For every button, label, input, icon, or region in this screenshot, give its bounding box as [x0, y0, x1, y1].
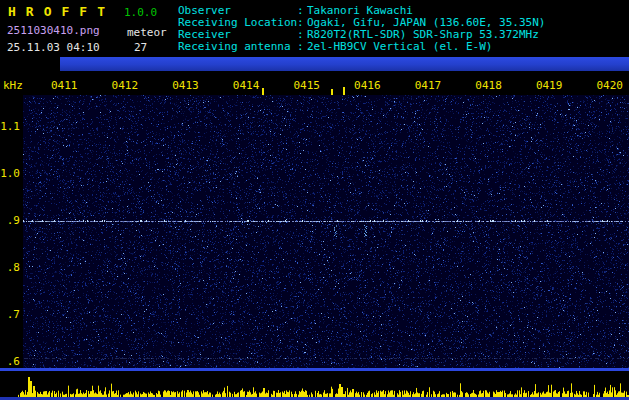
mode-label: meteor — [127, 27, 167, 39]
time-axis-label: 0411 — [51, 80, 78, 92]
event-tick — [262, 88, 264, 95]
info-colon: : — [297, 41, 307, 53]
time-axis: 0411 0412 0413 0414 0415 0416 0417 0418 … — [51, 80, 623, 92]
info-row-antenna: Receiving antenna:2el-HB9CV Vertical (el… — [178, 41, 545, 53]
freq-unit-label: kHz — [3, 80, 23, 92]
sample-count-label: 27 — [134, 42, 147, 54]
time-axis-label: 0419 — [536, 80, 563, 92]
freq-axis-label: .7 — [0, 309, 20, 321]
freq-axis-label: .8 — [0, 262, 20, 274]
event-tick — [343, 87, 345, 95]
info-value: 2el-HB9CV Vertical (el. E-W) — [307, 40, 492, 53]
header-divider-bar — [60, 57, 629, 71]
datetime-label: 25.11.03 04:10 — [7, 42, 100, 54]
separator-line — [0, 368, 629, 371]
time-axis-label: 0414 — [233, 80, 260, 92]
time-axis-label: 0413 — [172, 80, 199, 92]
time-axis-label: 0415 — [293, 80, 320, 92]
freq-axis-label: .9 — [0, 215, 20, 227]
spectrogram-canvas — [23, 95, 629, 368]
time-axis-label: 0420 — [596, 80, 623, 92]
time-axis-label: 0418 — [475, 80, 502, 92]
station-info-block: Observer:Takanori Kawachi Receiving Loca… — [178, 5, 545, 53]
level-plot-canvas — [0, 372, 629, 397]
time-axis-label: 0417 — [415, 80, 442, 92]
info-label: Receiving antenna — [178, 41, 297, 53]
app-title: HROFFT — [8, 6, 115, 18]
app-version-label: 1.0.0 — [124, 7, 157, 19]
freq-axis-label: 1.0 — [0, 168, 20, 180]
freq-axis-label: .6 — [0, 356, 20, 368]
freq-axis-label: 1.1 — [0, 121, 20, 133]
hrofft-window: HROFFT 1.0.0 2511030410.png meteor 25.11… — [0, 0, 629, 400]
time-axis-label: 0416 — [354, 80, 381, 92]
filename-label: 2511030410.png — [7, 25, 100, 37]
time-axis-label: 0412 — [112, 80, 139, 92]
